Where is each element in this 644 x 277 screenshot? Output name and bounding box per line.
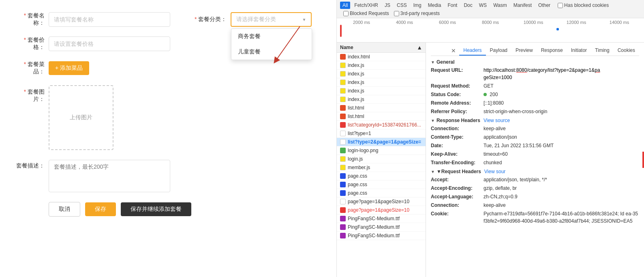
network-item-pingfang-1[interactable]: PingFangSC-Medium.ttf	[337, 215, 426, 223]
js-icon	[340, 88, 346, 94]
tl-label-12000: 12000 ms	[555, 20, 598, 25]
dropdown-item-business[interactable]: 商务套餐	[231, 29, 312, 44]
tab-font[interactable]: Font	[445, 2, 460, 9]
view-source-link[interactable]: View source	[484, 118, 510, 123]
details-tab-preview[interactable]: Preview	[511, 46, 537, 56]
details-tab-bar: ✕ Headers Payload Preview Response Initi…	[431, 46, 639, 56]
css-icon	[340, 173, 346, 179]
network-item-page-1[interactable]: page?page=1&pageSize=10	[337, 198, 426, 206]
js-icon	[340, 79, 346, 85]
add-dish-button[interactable]: + 添加菜品	[49, 61, 89, 75]
save-continue-button[interactable]: 保存并继续添加套餐	[121, 202, 191, 216]
network-item-page-css-3[interactable]: page.css	[337, 189, 426, 198]
method-value: GET	[484, 82, 494, 90]
tab-img[interactable]: Img	[411, 2, 424, 9]
network-item-member-js[interactable]: member.js	[337, 163, 426, 172]
blocked-requests-checkbox[interactable]: Blocked Requests	[343, 11, 389, 16]
html-icon	[340, 54, 346, 60]
tab-manifest[interactable]: Manifest	[511, 2, 534, 9]
network-item-list-html-2[interactable]: list.html	[337, 112, 426, 121]
tab-media[interactable]: Media	[426, 2, 444, 9]
network-item-name: member.js	[348, 165, 370, 170]
network-item-list-html-1[interactable]: list.html	[337, 104, 426, 112]
css-icon	[340, 190, 346, 196]
network-item-list-category[interactable]: list?categoryId=1538749261766...	[337, 121, 426, 129]
save-button[interactable]: 保存	[85, 202, 116, 216]
network-item-name: page?page=1&pageSize=10	[348, 199, 409, 204]
network-item-pingfang-2[interactable]: PingFangSC-Medium.ttf	[337, 223, 426, 232]
network-item-login-logo[interactable]: login-logo.png	[337, 146, 426, 155]
image-row: * 套餐图片： 上传图片	[16, 85, 320, 150]
req-accept-lang-row: Accept-Language: zh-CN,zh;q=0.9	[431, 193, 639, 200]
name-column-header: Name	[340, 45, 353, 50]
has-blocked-cookies-checkbox[interactable]: Has blocked cookies	[558, 2, 609, 8]
category-select[interactable]: 请选择套餐分类 ▼	[231, 12, 312, 27]
tab-fetch-xhr[interactable]: Fetch/XHR	[352, 2, 381, 9]
network-item-list-type2[interactable]: list?type=2&page=1&pageSize=	[337, 138, 426, 146]
tab-all[interactable]: All	[340, 2, 350, 9]
network-list: Name ▲ index.html index.js index.js inde…	[337, 43, 426, 277]
sort-icon[interactable]: ▲	[417, 44, 422, 51]
tab-js[interactable]: JS	[382, 2, 393, 9]
details-tab-initiator[interactable]: Initiator	[567, 46, 591, 56]
details-tab-response[interactable]: Response	[537, 46, 567, 56]
third-party-checkbox[interactable]: 3rd-party requests	[394, 11, 440, 16]
network-item-page-css-1[interactable]: page.css	[337, 172, 426, 180]
close-button[interactable]: ✕	[448, 46, 459, 56]
details-tab-timing[interactable]: Timing	[591, 46, 614, 56]
network-item-index-js-3[interactable]: index.js	[337, 78, 426, 87]
network-item-index-html-1[interactable]: index.html	[337, 53, 426, 61]
remote-value: [::1]:8080	[484, 99, 504, 107]
req-conn-row: Connection: keep-alive	[431, 202, 639, 209]
doc-icon	[340, 139, 346, 145]
dropdown-item-children[interactable]: 儿童套餐	[231, 44, 312, 60]
network-item-name: index.js	[348, 79, 364, 85]
tab-ws[interactable]: WS	[477, 2, 489, 9]
dishes-row: * 套餐菜品： + 添加菜品	[16, 61, 320, 75]
network-item-index-js-2[interactable]: index.js	[337, 70, 426, 78]
details-tab-cookies[interactable]: Cookies	[614, 46, 639, 56]
network-item-index-js-5[interactable]: index.js	[337, 95, 426, 104]
status-label: Status Code:	[431, 91, 484, 98]
has-blocked-cookies-input[interactable]	[558, 3, 563, 8]
tab-css[interactable]: CSS	[394, 2, 409, 9]
devtools-main: Name ▲ index.html index.js index.js inde…	[337, 43, 644, 277]
css-icon	[340, 182, 346, 187]
network-item-login-js[interactable]: login.js	[337, 155, 426, 163]
network-item-name: index.html	[348, 54, 370, 60]
network-item-page-css-2[interactable]: page.css	[337, 180, 426, 189]
desc-label: 套餐描述：	[16, 160, 49, 170]
general-section-title: General	[431, 59, 639, 65]
tab-other[interactable]: Other	[536, 2, 553, 9]
price-input[interactable]	[49, 37, 170, 51]
view-source-link-2[interactable]: View sour	[484, 169, 505, 174]
upload-area[interactable]: 上传图片	[49, 85, 113, 150]
network-item-page-2[interactable]: page?page=1&pageSize=10	[337, 206, 426, 215]
blocked-requests-input[interactable]	[343, 11, 349, 16]
name-input[interactable]	[49, 12, 170, 27]
form-panel: * 套餐名称： * 套餐分类： 请选择套餐分类 ▼ 商务套餐 儿童套餐	[0, 0, 336, 277]
devtools-filter-bar: All Fetch/XHR JS CSS Img Media Font Doc …	[337, 0, 644, 18]
network-item-name: index.js	[348, 88, 364, 94]
desc-textarea[interactable]	[49, 160, 170, 192]
details-tab-payload[interactable]: Payload	[486, 46, 511, 56]
cancel-button[interactable]: 取消	[49, 202, 80, 217]
third-party-input[interactable]	[394, 11, 399, 16]
network-item-index-js-1[interactable]: index.js	[337, 61, 426, 70]
tab-wasm[interactable]: Wasm	[491, 2, 509, 9]
req-conn-value: keep-alive	[484, 202, 506, 209]
resp-date-value: Tue, 21 Jun 2022 13:51:56 GMT	[484, 142, 554, 149]
network-item-name: index.js	[348, 62, 364, 68]
resp-date-label: Date:	[431, 142, 484, 149]
req-conn-label: Connection:	[431, 202, 484, 209]
network-item-index-js-4[interactable]: index.js	[337, 87, 426, 95]
network-item-list-type1[interactable]: list?type=1	[337, 129, 426, 138]
resp-transfer-value: chunked	[484, 159, 502, 166]
html-icon	[340, 105, 346, 111]
details-tab-headers[interactable]: Headers	[459, 46, 486, 56]
category-label: * 套餐分类：	[195, 16, 227, 23]
network-item-pingfang-3[interactable]: PingFangSC-Medium.ttf	[337, 232, 426, 240]
desc-row: 套餐描述：	[16, 160, 320, 192]
tab-doc[interactable]: Doc	[461, 2, 475, 9]
req-accept-enc-row: Accept-Encoding: gzip, deflate, br	[431, 185, 639, 192]
